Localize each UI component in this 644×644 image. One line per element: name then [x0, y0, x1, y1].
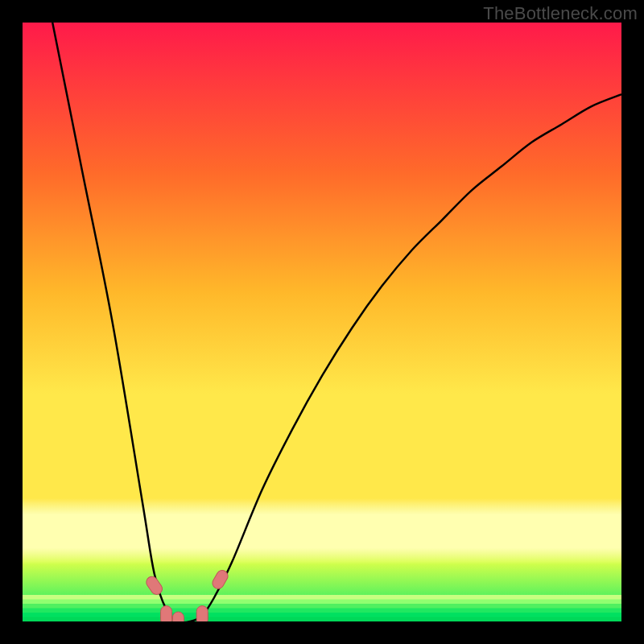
watermark-text: TheBottleneck.com: [483, 3, 638, 24]
gradient-background: [23, 23, 621, 621]
plot-area: [23, 23, 621, 621]
